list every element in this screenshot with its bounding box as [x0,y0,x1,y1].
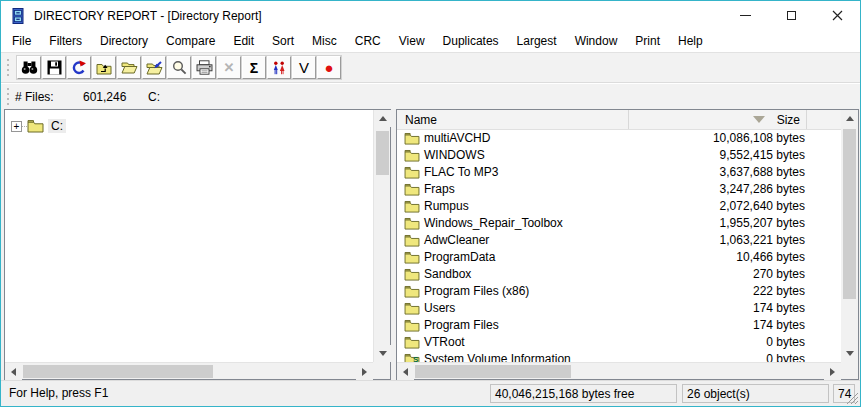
scroll-right-icon[interactable] [824,363,841,380]
floppy-icon [47,60,62,75]
folder-icon [404,336,420,349]
menu-item[interactable]: Directory [91,31,157,51]
title-bar[interactable]: DIRECTORY REPORT - [Directory Report] [1,1,860,30]
column-header-name[interactable]: Name [397,110,629,129]
list-item[interactable]: S Sandbox 270 bytes [397,266,841,283]
list-item[interactable]: S System Volume Information 0 bytes [397,351,841,362]
scroll-up-icon[interactable] [841,110,858,127]
files-count-label: # Files: [15,90,54,104]
folder-icon [404,319,420,332]
up-one-level-button[interactable] [92,56,116,79]
list-item[interactable]: S Windows_Repair_Toolbox 1,955,207 bytes [397,215,841,232]
menu-item[interactable]: Edit [224,31,263,51]
print-button[interactable] [192,56,216,79]
menu-item[interactable]: Sort [263,31,303,51]
toolbar-grip[interactable] [6,59,10,77]
list-item[interactable]: S AdwCleaner 1,063,221 bytes [397,232,841,249]
tree-vscroll-thumb[interactable] [376,131,389,175]
list-header: Name Size [397,110,841,130]
item-size: 222 bytes [753,284,805,298]
scroll-up-icon[interactable] [374,110,391,127]
compare-people-button[interactable] [267,56,291,79]
scroll-down-icon[interactable] [374,345,391,362]
infobar-grip[interactable] [6,88,10,106]
zoom-button[interactable] [167,56,191,79]
menu-item[interactable]: Help [669,31,712,51]
list-item[interactable]: S FLAC To MP3 3,637,688 bytes [397,164,841,181]
menu-item[interactable]: Duplicates [434,31,508,51]
open-folder-button[interactable] [117,56,141,79]
tree-vertical-scrollbar[interactable] [373,110,390,362]
item-name: WINDOWS [424,148,485,162]
record-button[interactable]: ● [317,56,341,79]
item-size: 1,063,221 bytes [720,233,805,247]
list-vertical-scrollbar[interactable] [841,110,858,362]
tree-expand-icon[interactable]: + [11,121,22,132]
menu-item[interactable]: Compare [157,31,224,51]
item-size: 3,637,688 bytes [720,165,805,179]
record-dot-icon: ● [324,60,333,75]
scroll-down-icon[interactable] [841,345,858,362]
folder-icon [404,285,420,298]
current-drive-label: C: [148,90,160,104]
v-check-icon: V [299,60,309,75]
maximize-icon [787,11,796,20]
folder-icon [404,251,420,264]
menu-item[interactable]: View [390,31,434,51]
list-item[interactable]: S Program Files (x86) 222 bytes [397,283,841,300]
view-check-button[interactable]: V [292,56,316,79]
close-icon [832,10,843,21]
item-name: FLAC To MP3 [424,165,498,179]
scroll-left-icon[interactable] [5,363,22,380]
column-header-size[interactable]: Size [629,110,807,129]
people-icon [271,61,287,75]
list-item[interactable]: S multiAVCHD 10,086,108 bytes [397,130,841,147]
list-item[interactable]: S Program Files 174 bytes [397,317,841,334]
find-button[interactable] [17,56,41,79]
menu-item[interactable]: Print [626,31,669,51]
delete-x-icon: ✕ [224,61,235,74]
close-button[interactable] [814,1,860,30]
tree-hscroll-thumb[interactable] [23,365,213,378]
scroll-left-icon[interactable] [397,363,414,380]
magnifier-icon [172,60,187,75]
tree-item-label[interactable]: C: [48,119,66,133]
list-item[interactable]: S Users 174 bytes [397,300,841,317]
list-item[interactable]: S ProgramData 10,466 bytes [397,249,841,266]
list-item[interactable]: S WINDOWS 9,552,415 bytes [397,147,841,164]
item-size: 174 bytes [753,318,805,332]
list-hscroll-thumb[interactable] [415,365,571,378]
minimize-button[interactable] [722,1,768,30]
goto-folder-button[interactable] [142,56,166,79]
list-item[interactable]: S Fraps 3,247,286 bytes [397,181,841,198]
item-size: 0 bytes [766,335,805,349]
scroll-right-icon[interactable] [356,363,373,380]
menu-item[interactable]: Window [566,31,627,51]
app-icon [10,8,26,24]
column-header-blank[interactable] [807,110,841,129]
resize-grip-icon[interactable] [846,392,859,405]
refresh-button[interactable] [67,56,91,79]
open-folder-icon [121,61,138,74]
sum-button[interactable]: Σ [242,56,266,79]
binoculars-icon [21,60,38,75]
menu-item[interactable]: Misc [303,31,346,51]
menu-item[interactable]: CRC [346,31,390,51]
menu-item[interactable]: Filters [40,31,91,51]
list-item[interactable]: S VTRoot 0 bytes [397,334,841,351]
window-title: DIRECTORY REPORT - [Directory Report] [34,9,262,23]
tree-horizontal-scrollbar[interactable] [5,362,373,379]
app-window: DIRECTORY REPORT - [Directory Report] Fi… [0,0,861,407]
menu-item[interactable]: Largest [508,31,566,51]
list-vscroll-thumb[interactable] [843,129,856,299]
item-name: Program Files [424,318,499,332]
menu-item[interactable]: File [3,31,40,51]
tree-item-c-drive[interactable]: + C: [11,118,66,134]
list-horizontal-scrollbar[interactable] [397,362,841,379]
delete-button[interactable]: ✕ [217,56,241,79]
list-item[interactable]: S Rumpus 2,072,640 bytes [397,198,841,215]
folder-icon [404,149,420,162]
save-button[interactable] [42,56,66,79]
folder-icon [404,234,420,247]
maximize-button[interactable] [768,1,814,30]
